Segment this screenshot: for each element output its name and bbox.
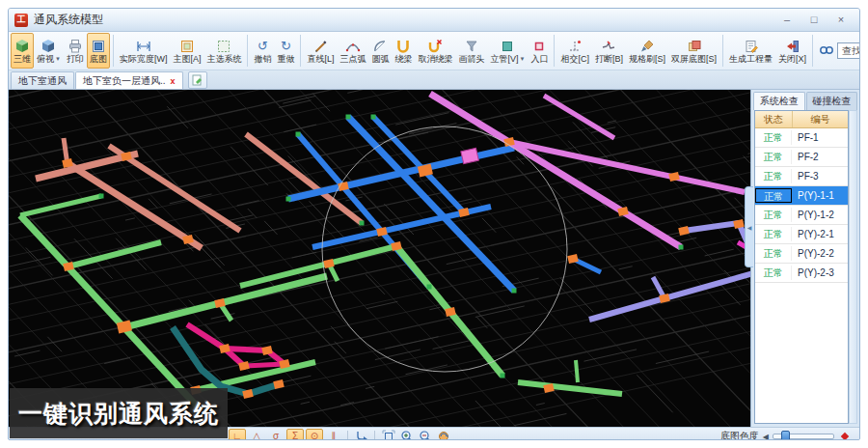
toolbar-button-intersect[interactable]: 相交[C] [557,33,592,69]
table-header: 状态 编号 [755,111,848,128]
viewport-canvas[interactable] [9,90,750,427]
zoom-in-icon[interactable] [398,430,415,441]
orbit-icon[interactable] [353,430,369,441]
toolbar-button-basemap[interactable]: 底图 [87,33,110,69]
mainmap-icon [179,38,195,54]
basemap-icon [91,38,106,54]
toolbar-button-redo[interactable]: ↻ 重做 [274,33,297,69]
width-icon [136,38,151,54]
toolbar-button-mainmap[interactable]: 主图[A] [170,33,203,69]
chroma-min-icon[interactable]: ◀ [763,433,769,441]
toolbar-button-arc3[interactable]: 三点弧 [337,33,368,69]
toolbar-button-riser[interactable]: 立管[V]▼ [487,33,528,69]
find-text-value: 查找文字 [842,44,859,58]
app-window: 工 通风系统模型 – □ × 三维 俯视▼ 打印 底图 实际宽度[W] [8,8,860,440]
toolbar-button-actual-width[interactable]: 实际宽度[W] [117,33,171,69]
toolbar-button-draw-arrow[interactable]: 画箭头 [455,33,487,69]
snap-sum-toggle[interactable]: Σ [286,429,304,440]
cancel-beam-bypass-icon [427,38,443,54]
window-title: 通风系统模型 [34,12,103,28]
caption-text: 一键识别通风系统 [18,398,219,430]
three-point-arc-icon [345,38,361,54]
arc-icon [372,38,388,54]
check-panel: ◀ 系统检查 碰撞检查 状态 编号 正常PF-1 正常PF-2 正常PF-3 正… [750,90,859,427]
toolbar-button-topview[interactable]: 俯视▼ [34,33,64,69]
table-row[interactable]: 正常PF-3 [755,167,848,186]
tab-basement-vent[interactable]: 地下室通风 [11,71,74,89]
fit-view-icon[interactable] [380,430,396,441]
snap-node-toggle[interactable]: σ [267,429,285,440]
toolbar-button-generate-quantity[interactable]: 生成工程量 [726,33,775,69]
toolbar-button-3d[interactable]: 三维 [11,33,34,69]
pan-icon[interactable] [435,430,451,441]
riser-icon [500,38,515,54]
tab-basement-b1-vent[interactable]: 地下室负一层通风.. x [75,71,183,89]
mainselect-icon [216,38,231,54]
snap-ortho-toggle[interactable]: ∟ [229,429,246,440]
toolbar-button-undo[interactable]: ↺ 撤销 [251,33,274,69]
selected-duct-box[interactable] [461,148,479,163]
spec-brush-icon [639,38,655,54]
panel-scrollbar[interactable] [849,110,857,424]
table-row[interactable]: 正常P(Y)-2-2 [755,244,848,264]
dualscreen-basemap-icon [687,38,702,54]
quantity-doc-icon [744,38,759,54]
main-toolbar: 三维 俯视▼ 打印 底图 实际宽度[W] 主图[A] 主选系统 ↺ [9,32,859,70]
entry-icon [531,38,547,54]
toolbar-button-line[interactable]: 直线[L] [304,33,337,69]
column-code: 编号 [793,111,848,127]
cube-3d-icon [14,38,30,54]
redo-icon: ↻ [281,38,291,54]
chevron-down-icon: ▼ [55,56,61,62]
cube-topview-icon [41,38,56,54]
printer-icon [68,38,83,54]
new-drawing-button[interactable] [188,71,207,89]
screenshot: 工 通风系统模型 – □ × 三维 俯视▼ 打印 底图 实际宽度[W] [0,0,868,448]
toolbar-button-cancel-beam-bypass[interactable]: 取消绕梁 [415,33,455,69]
system-check-table: 状态 编号 正常PF-1 正常PF-2 正常PF-3 正常P(Y)-1-1 正常… [754,110,849,424]
close-drawing-icon [785,38,800,54]
tab-close-icon[interactable]: x [171,76,176,86]
toolbar-button-close-drawing[interactable]: 关闭[X] [775,33,809,69]
wireframe-lines [9,90,750,427]
chroma-label: 底图色度 [720,430,759,440]
close-button[interactable]: × [828,13,854,28]
break-icon [601,38,616,54]
binoculars-icon [819,42,834,61]
toolbar-button-mainselect[interactable]: 主选系统 [203,33,244,69]
toolbar-button-print[interactable]: 打印 [64,33,87,69]
chroma-max-marker [841,433,849,440]
table-row[interactable]: 正常P(Y)-2-1 [755,225,848,244]
toolbar-button-break[interactable]: 打断[B] [592,33,626,69]
toolbar-button-beam-bypass[interactable]: 绕梁 [392,33,415,69]
draw-arrow-icon [464,38,479,54]
zoom-out-icon[interactable] [417,430,433,441]
toolbar-button-entry[interactable]: 入口 [528,33,551,69]
snap-angle-toggle[interactable]: △ [248,429,265,440]
find-text-combobox[interactable]: 查找文字 ▼ [837,42,859,59]
panel-collapse-handle[interactable]: ◀ [745,186,753,267]
maximize-button[interactable]: □ [801,13,827,28]
table-row[interactable]: 正常P(Y)-2-3 [755,264,848,283]
table-row[interactable]: 正常PF-1 [755,128,848,148]
snap-center-toggle[interactable]: ⊙ [306,429,323,440]
tab-system-check[interactable]: 系统检查 [753,92,805,110]
table-row[interactable]: 正常PF-2 [755,148,848,167]
chroma-slider[interactable] [773,434,834,439]
chroma-slider-handle[interactable] [781,431,790,440]
chevron-down-icon: ▼ [520,56,526,62]
snap-parallel-toggle[interactable]: ∥ [325,429,342,440]
beam-bypass-icon [395,38,411,54]
toolbar-button-spec-brush[interactable]: 规格刷[S] [626,33,668,69]
table-row-selected[interactable]: 正常P(Y)-1-1 [755,186,848,206]
minimize-button[interactable]: – [774,13,800,28]
column-status: 状态 [755,111,793,127]
toolbar-button-dualscreen-basemap[interactable]: 双屏底图[S] [668,33,719,69]
caption-overlay: 一键识别通风系统 [10,388,228,438]
toolbar-button-arc[interactable]: 圆弧 [368,33,392,69]
tab-collision-check[interactable]: 碰撞检查 [806,92,858,110]
viewport [9,90,750,427]
table-row[interactable]: 正常P(Y)-1-2 [755,206,848,225]
drawing-tabstrip: 地下室通风 地下室负一层通风.. x [9,70,859,90]
intersect-icon [567,38,583,54]
